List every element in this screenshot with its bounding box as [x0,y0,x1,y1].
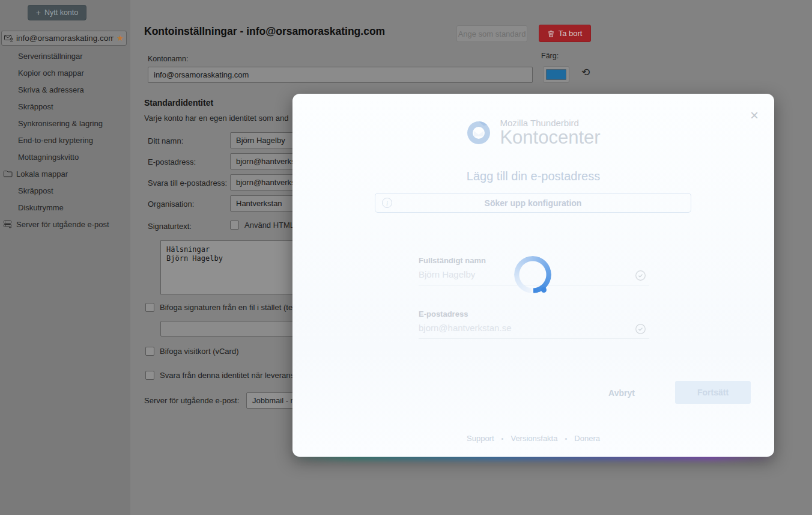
dialog-title: Kontocenter [500,128,600,148]
default-account-star-icon: ★ [117,34,124,43]
donate-link[interactable]: Donera [574,434,600,443]
outgoing-server-label: Server för utgående e-post [16,220,109,229]
page-title: Kontoinställningar - info@orsamoraskatin… [144,25,385,38]
set-default-button[interactable]: Ange som standard [456,25,527,42]
identity-section-heading: Standardidentitet [144,98,213,108]
email-address-field: E-postadress bjorn@hantverkstan.se [419,309,649,339]
reply-identity-label: Svara från denna identitet när leverans [160,371,294,380]
vcard-row[interactable]: Bifoga visitkort (vCard) [145,347,238,356]
dialog-footer: Support • Versionsfakta • Donera [292,434,774,443]
outgoing-server-select-label: Server för utgående e-post: [144,396,239,405]
valid-check-icon [635,324,646,334]
attach-signature-file-label: Bifoga signaturen från en fil i stället … [160,303,292,312]
release-notes-link[interactable]: Versionsfakta [511,434,557,443]
sidebar-item-local-folders[interactable]: Lokala mappar [0,165,130,182]
account-name-label: Kontonamn: [148,55,188,63]
email-address-input[interactable]: bjorn@hantverkstan.se [419,323,649,339]
account-color-label: Färg: [541,52,559,60]
reply-identity-row[interactable]: Svara från denna identitet när leverans [145,371,294,380]
attach-signature-file-row[interactable]: Bifoga signaturen från en fil i stället … [145,303,292,312]
outgoing-server-icon [4,221,13,228]
new-account-label: Nytt konto [44,8,78,17]
vcard-checkbox[interactable] [145,347,154,356]
info-icon: i [382,198,392,208]
sidebar-item-local-junk[interactable]: Skräppost [0,182,130,199]
color-reset-icon[interactable]: ⟲ [581,66,590,79]
new-account-button[interactable]: + Nytt konto [28,5,86,20]
account-color-picker[interactable] [543,66,569,83]
dialog-subtitle: Lägg till din e-postadress [292,169,774,183]
account-hub-header: Mozilla Thunderbird Kontocenter [292,118,774,148]
vcard-label: Bifoga visitkort (vCard) [160,347,238,356]
email-label: E-postadress: [148,157,196,166]
organization-label: Organisation: [148,200,194,209]
sidebar-item-sync-storage[interactable]: Synkronisering & lagring [0,115,130,132]
sidebar-account-label: info@orsamoraskating.com [16,34,114,43]
delete-account-button[interactable]: Ta bort [539,25,591,42]
sidebar-item-junk[interactable]: Skräppost [0,98,130,115]
identity-section-description: Varje konto har en egen identitet som an… [144,114,288,123]
mail-account-icon [4,34,13,42]
email-address-label: E-postadress [419,309,649,318]
delete-button-label: Ta bort [559,29,583,38]
use-html-label: Använd HTML [244,221,294,230]
account-hub-dialog: × Mozilla Thunderbird Kontocenter Lägg t… [292,94,774,457]
sidebar-item-e2e-encryption[interactable]: End-to-end kryptering [0,132,130,148]
local-folders-label: Lokala mappar [16,169,68,178]
sidebar-item-return-receipts[interactable]: Mottagningskvitto [0,148,130,165]
signature-label: Signaturtext: [148,222,192,231]
folder-icon [4,170,13,178]
separator-dot: • [501,435,504,442]
separator-dot: • [565,435,567,442]
reply-to-label: Svara till e-postadress: [148,178,227,187]
plus-icon: + [36,8,41,17]
lookup-status-bar: i Söker upp konfiguration [375,193,691,213]
valid-check-icon [635,270,646,281]
continue-button[interactable]: Fortsätt [675,381,751,404]
use-html-checkbox-row[interactable]: Använd HTML [230,221,294,230]
loading-spinner-cap [541,287,547,293]
support-link[interactable]: Support [467,434,494,443]
use-html-checkbox[interactable] [230,221,239,230]
sidebar-item-disk-space[interactable]: Diskutrymme [0,199,130,216]
reply-identity-checkbox[interactable] [145,371,154,380]
thunderbird-logo-icon [466,120,491,145]
attach-signature-file-checkbox[interactable] [145,303,154,312]
your-name-label: Ditt namn: [148,136,183,145]
sidebar-item-outgoing-server[interactable]: Server för utgående e-post [0,216,130,233]
color-swatch [546,69,566,80]
sidebar-item-composition[interactable]: Skriva & adressera [0,81,130,98]
trash-icon [548,30,554,37]
lookup-status-text: Söker upp konfiguration [375,198,691,208]
account-name-input[interactable]: info@orsamoraskating.com [148,67,533,83]
sidebar-item-copies-folders[interactable]: Kopior och mappar [0,64,130,81]
sidebar-item-server-settings[interactable]: Serverinställningar [0,47,130,64]
accounts-sidebar: + Nytt konto info@orsamoraskating.com ★ … [0,0,130,515]
cancel-button[interactable]: Avbryt [599,384,644,402]
sidebar-item-account[interactable]: info@orsamoraskating.com ★ [1,31,127,46]
